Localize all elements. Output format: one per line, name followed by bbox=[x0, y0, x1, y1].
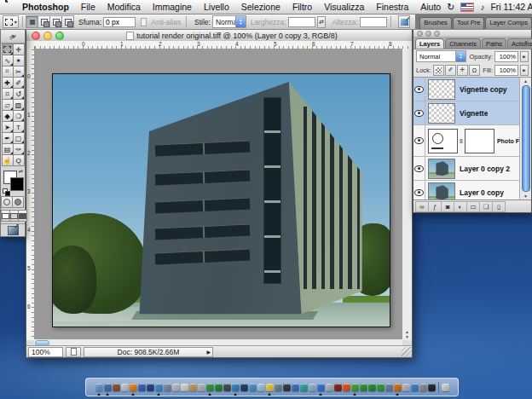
tool-hand[interactable]: ☝ bbox=[3, 155, 13, 165]
new-group-icon[interactable]: ▭ bbox=[466, 201, 480, 212]
layer-row[interactable]: Vignette copy bbox=[413, 78, 519, 101]
dock-icon[interactable] bbox=[257, 384, 265, 391]
dock-icon[interactable] bbox=[147, 384, 154, 391]
menu-filtro[interactable]: Filtro bbox=[286, 2, 318, 12]
tool-healing-brush[interactable]: ✚ bbox=[3, 78, 13, 88]
quick-mask-button[interactable] bbox=[12, 196, 24, 208]
visibility-toggle[interactable] bbox=[413, 157, 425, 180]
palette-zoom-button[interactable] bbox=[434, 31, 440, 37]
blend-mode-dropdown[interactable]: Normal ▲▼ bbox=[416, 50, 466, 62]
dock-icon[interactable] bbox=[351, 384, 359, 391]
opacity-value[interactable]: 100% bbox=[494, 51, 518, 62]
layer-row[interactable]: Layer 0 copy bbox=[413, 181, 519, 200]
dock-icon[interactable] bbox=[121, 384, 129, 391]
tool-history-brush[interactable]: ↺ bbox=[14, 89, 24, 99]
tool-zoom[interactable]: Q bbox=[14, 155, 24, 165]
layer-row[interactable]: Vignette bbox=[413, 101, 519, 125]
dock-icon[interactable] bbox=[155, 384, 163, 391]
close-button[interactable] bbox=[32, 32, 40, 40]
well-tab-brushes[interactable]: Brushes bbox=[419, 17, 452, 29]
dock-icon[interactable] bbox=[326, 384, 333, 391]
palette-titlebar[interactable] bbox=[413, 30, 531, 38]
tool-slice[interactable]: ✂ bbox=[14, 66, 24, 77]
dock-icon[interactable] bbox=[164, 384, 171, 391]
width-input[interactable] bbox=[288, 17, 315, 27]
layer-mask-thumbnail[interactable] bbox=[465, 129, 494, 153]
default-colors-icon[interactable] bbox=[3, 188, 10, 195]
menu-finestra[interactable]: Finestra bbox=[370, 2, 414, 12]
menu-immagine[interactable]: Immagine bbox=[147, 2, 198, 12]
palette-tab-paths[interactable]: Paths bbox=[482, 38, 506, 49]
tool-path-selection[interactable]: ➤ bbox=[3, 122, 13, 132]
dock-icon[interactable] bbox=[130, 384, 137, 391]
swap-dimensions-button[interactable]: ⇄ bbox=[317, 16, 327, 28]
dock-icon[interactable] bbox=[419, 384, 427, 391]
dock-icon[interactable] bbox=[215, 384, 223, 391]
visibility-toggle[interactable] bbox=[413, 125, 425, 156]
palette-tab-channels[interactable]: Channels bbox=[445, 38, 481, 49]
menu-aiuto[interactable]: Aiuto bbox=[414, 2, 447, 12]
intersect-selection-button[interactable] bbox=[61, 15, 74, 28]
lock-image-icon[interactable]: ✐ bbox=[445, 65, 456, 76]
dock-icon[interactable] bbox=[360, 384, 367, 391]
dock-icon[interactable] bbox=[309, 384, 316, 391]
menu-photoshop[interactable]: Photoshop bbox=[16, 2, 75, 12]
minimize-button[interactable] bbox=[43, 32, 52, 40]
layer-thumbnail[interactable] bbox=[428, 79, 455, 100]
dock-icon[interactable] bbox=[198, 384, 205, 391]
edit-in-imageready-button[interactable] bbox=[8, 226, 19, 235]
dock-icon[interactable] bbox=[189, 384, 197, 391]
layer-thumbnail[interactable] bbox=[428, 103, 455, 124]
dock-icon[interactable] bbox=[394, 384, 402, 391]
document-proxy-icon[interactable] bbox=[126, 32, 134, 40]
antialias-checkbox[interactable] bbox=[141, 18, 147, 26]
tool-magic-wand[interactable]: ✶ bbox=[14, 55, 24, 66]
menu-visualizza[interactable]: Visualizza bbox=[318, 2, 370, 12]
fill-slider-arrow[interactable]: ▶ bbox=[520, 65, 529, 76]
fill-value[interactable]: 100% bbox=[494, 65, 518, 76]
scrollbar-arrows[interactable]: ▲▼ bbox=[402, 329, 412, 339]
dock-icon[interactable] bbox=[223, 384, 231, 391]
input-language-flag-icon[interactable] bbox=[460, 3, 474, 12]
style-dropdown[interactable]: Normale ▲▼ bbox=[212, 15, 246, 28]
tool-eyedropper[interactable]: ✑ bbox=[14, 144, 24, 154]
opacity-slider-arrow[interactable]: ▶ bbox=[520, 51, 529, 62]
dock-icon[interactable] bbox=[377, 384, 385, 391]
dock-icon[interactable] bbox=[138, 384, 146, 391]
palette-tab-close-icon[interactable]: ✕ bbox=[523, 39, 529, 46]
dock-icon[interactable] bbox=[232, 384, 240, 391]
menu-modifica[interactable]: Modifica bbox=[101, 2, 147, 12]
sync-icon[interactable]: ↻ bbox=[447, 3, 454, 11]
menu-selezione[interactable]: Selezione bbox=[235, 2, 286, 12]
menu-livello[interactable]: Livello bbox=[198, 2, 235, 12]
canvas-area[interactable] bbox=[34, 49, 402, 340]
tool-rectangular-marquee[interactable] bbox=[3, 44, 13, 55]
dock-icon[interactable] bbox=[113, 384, 120, 391]
lock-position-icon[interactable]: ✛ bbox=[457, 65, 468, 76]
dock-icon[interactable] bbox=[368, 384, 376, 391]
feather-input[interactable] bbox=[103, 17, 136, 27]
tool-type[interactable]: T bbox=[14, 122, 24, 132]
layer-thumbnail[interactable] bbox=[428, 159, 455, 179]
volume-icon[interactable]: ♪ bbox=[480, 3, 484, 12]
dock-icon[interactable] bbox=[95, 384, 103, 391]
layer-row[interactable]: Layer 0 copy 2 bbox=[413, 157, 519, 181]
dock-icon[interactable] bbox=[343, 384, 350, 391]
window-resize-grip[interactable] bbox=[402, 347, 412, 357]
tool-blur[interactable]: ◆ bbox=[3, 111, 13, 121]
zoom-button[interactable] bbox=[55, 32, 64, 40]
vertical-scrollbar[interactable]: ▲▼ bbox=[402, 49, 412, 340]
dock-icon[interactable] bbox=[385, 384, 393, 391]
delete-layer-icon[interactable]: ▯ bbox=[492, 201, 506, 212]
go-to-bridge-button[interactable] bbox=[398, 15, 410, 28]
palette-close-button[interactable] bbox=[417, 31, 423, 37]
link-layers-icon[interactable]: ∞ bbox=[415, 201, 429, 212]
tool-shape[interactable]: ▢ bbox=[14, 133, 24, 143]
dock-icon[interactable] bbox=[411, 384, 419, 391]
lock-transparency-icon[interactable] bbox=[433, 65, 444, 76]
tool-dodge[interactable]: ❍ bbox=[14, 111, 24, 121]
lock-all-icon[interactable]: Ω bbox=[469, 65, 480, 76]
scroll-up-icon[interactable]: ▲ bbox=[520, 78, 531, 84]
tool-crop[interactable]: ⌗ bbox=[3, 66, 13, 77]
visibility-toggle[interactable] bbox=[413, 181, 425, 200]
